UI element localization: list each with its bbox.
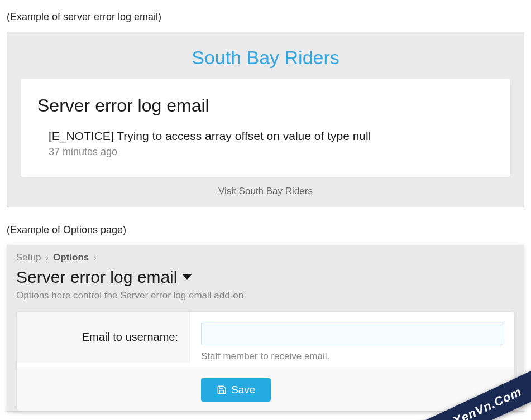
email-time-ago: 37 minutes ago	[49, 146, 494, 158]
email-body-card: Server error log email [E_NOTICE] Trying…	[21, 79, 510, 177]
caret-down-icon	[183, 274, 192, 280]
save-icon	[217, 385, 227, 395]
save-button[interactable]: Save	[201, 378, 271, 402]
email-site-title: South Bay Riders	[21, 47, 510, 69]
options-example-caption: (Example of Options page)	[7, 224, 524, 236]
email-username-input[interactable]	[201, 322, 503, 345]
visit-site-link[interactable]: Visit South Bay Riders	[218, 186, 313, 196]
email-error-message: [E_NOTICE] Trying to access array offset…	[49, 129, 494, 143]
options-title-dropdown[interactable]: Server error log email	[16, 268, 515, 287]
email-heading: Server error log email	[37, 95, 494, 116]
email-username-hint: Staff member to receive email.	[201, 351, 503, 362]
form-row-email-username: Email to username: Staff member to recei…	[17, 312, 514, 369]
email-preview-panel: South Bay Riders Server error log email …	[7, 32, 524, 207]
options-form: Email to username: Staff member to recei…	[16, 311, 515, 411]
email-username-label: Email to username:	[17, 312, 190, 363]
options-title-text: Server error log email	[16, 268, 177, 287]
chevron-right-icon: ›	[93, 252, 97, 263]
breadcrumb: Setup › Options ›	[16, 252, 515, 263]
form-actions: Save	[17, 369, 514, 411]
save-button-label: Save	[231, 384, 255, 396]
chevron-right-icon: ›	[45, 252, 49, 263]
options-panel: Setup › Options › Server error log email…	[7, 245, 524, 412]
breadcrumb-current[interactable]: Options	[53, 252, 89, 263]
email-example-caption: (Example of server error log email)	[7, 11, 524, 23]
breadcrumb-root[interactable]: Setup	[16, 252, 41, 263]
options-subtitle: Options here control the Server error lo…	[16, 290, 515, 301]
